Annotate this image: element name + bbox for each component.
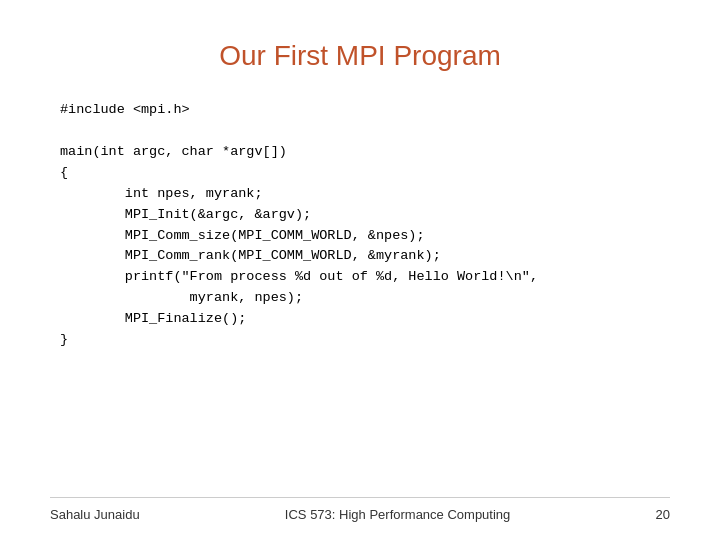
- slide: Our First MPI Program #include <mpi.h> m…: [0, 0, 720, 540]
- footer-divider: [50, 497, 670, 498]
- footer: Sahalu Junaidu ICS 573: High Performance…: [0, 507, 720, 522]
- footer-author: Sahalu Junaidu: [50, 507, 140, 522]
- footer-course: ICS 573: High Performance Computing: [285, 507, 510, 522]
- code-block: #include <mpi.h> main(int argc, char *ar…: [60, 100, 670, 351]
- slide-title: Our First MPI Program: [50, 40, 670, 72]
- footer-page-number: 20: [656, 507, 670, 522]
